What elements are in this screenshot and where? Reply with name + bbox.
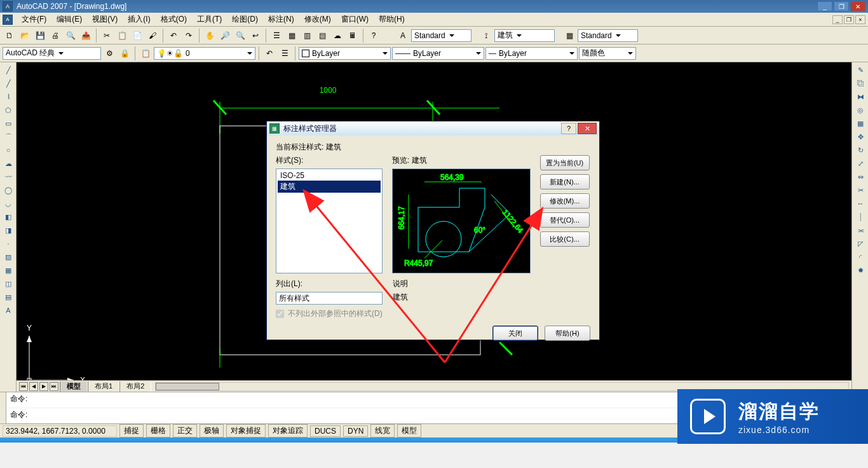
array-icon[interactable]: ▦ [853,117,867,130]
trim-icon[interactable]: ✂ [853,184,867,196]
table-icon[interactable]: ▤ [1,291,15,303]
ellipse-icon[interactable]: ◯ [1,184,15,196]
insert-block-icon[interactable]: ◧ [1,210,15,223]
tab-nav-prev[interactable]: ◀ [29,382,38,391]
mtext-icon[interactable]: A [1,304,15,317]
compare-button[interactable]: 比较(C)... [540,231,590,247]
paste-icon[interactable]: 📄 [130,29,144,43]
snap-toggle[interactable]: 捕捉 [119,424,144,437]
dialog-close-button[interactable]: ✕ [578,123,597,134]
point-icon[interactable]: · [1,237,15,250]
osnap-toggle[interactable]: 对象捕捉 [226,424,266,437]
menu-tools[interactable]: 工具(T) [192,13,227,26]
mdi-close[interactable]: × [855,15,865,24]
tab-layout1[interactable]: 布局1 [88,382,119,392]
line-icon[interactable]: ╱ [1,64,15,76]
grid-toggle[interactable]: 栅格 [146,424,170,437]
save-icon[interactable]: 💾 [33,29,47,43]
match-icon[interactable]: 🖌 [146,29,159,43]
tab-model[interactable]: 模型 [60,382,88,392]
style-item-jianzhu[interactable]: 建筑 [278,181,381,193]
dialog-titlebar[interactable]: ▦ 标注样式管理器 ? ✕ [267,121,599,135]
menu-draw[interactable]: 绘图(D) [227,13,263,26]
gradient-icon[interactable]: ▦ [1,264,15,277]
text-style-icon[interactable]: A [396,29,410,43]
circle-icon[interactable]: ○ [1,144,15,156]
xref-checkbox[interactable] [276,310,284,318]
table-style-icon[interactable]: ▦ [562,29,576,43]
lwt-toggle[interactable]: 线宽 [370,424,395,437]
help-icon[interactable]: ? [367,29,381,43]
menu-insert[interactable]: 插入(I) [123,13,155,26]
menu-modify[interactable]: 修改(M) [299,13,336,26]
stretch-icon[interactable]: ⇔ [853,170,867,183]
fillet-icon[interactable]: ◜ [853,251,867,263]
join-icon[interactable]: ⫘ [853,224,867,237]
close-dialog-button[interactable]: 关闭 [492,326,538,341]
undo-icon[interactable]: ↶ [166,29,180,43]
close-button[interactable]: ✕ [850,1,865,11]
markup-icon[interactable]: ☁ [330,29,344,43]
mdi-minimize[interactable]: _ [832,15,843,24]
revcloud-icon[interactable]: ☁ [1,157,15,170]
menu-format[interactable]: 格式(O) [156,13,192,26]
new-icon[interactable]: 🗋 [3,29,17,43]
calc-icon[interactable]: 🖩 [346,29,360,43]
set-current-button[interactable]: 置为当前(U) [540,155,590,170]
otrack-toggle[interactable]: 对象追踪 [268,424,308,437]
workspace-dropdown[interactable]: AutoCAD 经典 [3,47,101,60]
explode-icon[interactable]: ✸ [853,264,867,277]
erase-icon[interactable]: ✎ [853,64,867,76]
modify-button[interactable]: 修改(M)... [540,193,590,209]
coordinate-display[interactable]: 323.9442, 1667.7123, 0.0000 [3,425,117,437]
dim-style-icon[interactable]: ⟟ [479,29,493,43]
tool-palette-icon[interactable]: ▥ [300,29,314,43]
menu-help[interactable]: 帮助(H) [374,13,410,26]
layer-prev-icon[interactable]: ↶ [262,46,276,60]
new-button[interactable]: 新建(N)... [540,174,590,189]
zoom-prev-icon[interactable]: ↩ [248,29,262,43]
redo-icon[interactable]: ↷ [182,29,196,43]
command-handle[interactable] [0,392,6,423]
dc-icon[interactable]: ▦ [285,29,299,43]
pan-icon[interactable]: ✋ [203,29,217,43]
open-icon[interactable]: 📂 [18,29,32,43]
mdi-restore[interactable]: ❐ [844,15,854,24]
model-toggle[interactable]: 模型 [397,424,421,437]
scale-icon[interactable]: ⤢ [853,157,867,170]
color-control-dropdown[interactable]: ByLayer [299,47,391,60]
preview-icon[interactable]: 🔍 [64,29,78,43]
move-icon[interactable]: ✥ [853,130,867,143]
layer-manager-icon[interactable]: 📋 [139,46,153,60]
ducs-toggle[interactable]: DUCS [310,425,341,437]
sheet-icon[interactable]: ▤ [315,29,329,43]
help-button[interactable]: 帮助(H) [545,326,590,341]
publish-icon[interactable]: 📤 [79,29,93,43]
rotate-icon[interactable]: ↻ [853,144,867,156]
pline-icon[interactable]: ⌇ [1,90,15,103]
linetype-dropdown[interactable]: —— ByLayer [392,47,484,60]
ellipse-arc-icon[interactable]: ◡ [1,197,15,210]
zoom-rt-icon[interactable]: 🔎 [218,29,232,43]
workspace-lock-icon[interactable]: 🔒 [118,46,132,60]
cut-icon[interactable]: ✂ [100,29,114,43]
list-filter-dropdown[interactable]: 所有样式 [276,292,383,305]
layer-dropdown[interactable]: 💡 ☀ 🔓 0 [154,47,255,60]
style-item-iso25[interactable]: ISO-25 [278,170,381,181]
chamfer-icon[interactable]: ◸ [853,237,867,250]
xline-icon[interactable]: ╱ [1,77,15,90]
break-icon[interactable]: ┊ [853,210,867,223]
offset-icon[interactable]: ◎ [853,104,867,116]
extend-icon[interactable]: ↔ [853,197,867,210]
copy-obj-icon[interactable]: ⿻ [853,77,867,90]
spline-icon[interactable]: 〰 [1,170,15,183]
tab-layout2[interactable]: 布局2 [119,382,151,392]
rectangle-icon[interactable]: ▭ [1,117,15,130]
make-block-icon[interactable]: ◨ [1,224,15,237]
menu-dimension[interactable]: 标注(N) [263,13,299,26]
plotstyle-dropdown[interactable]: 随颜色 [579,47,636,60]
region-icon[interactable]: ◫ [1,277,15,290]
zoom-win-icon[interactable]: 🔍 [233,29,247,43]
style-listbox[interactable]: ISO-25 建筑 [276,169,383,273]
menu-edit[interactable]: 编辑(E) [51,13,87,26]
